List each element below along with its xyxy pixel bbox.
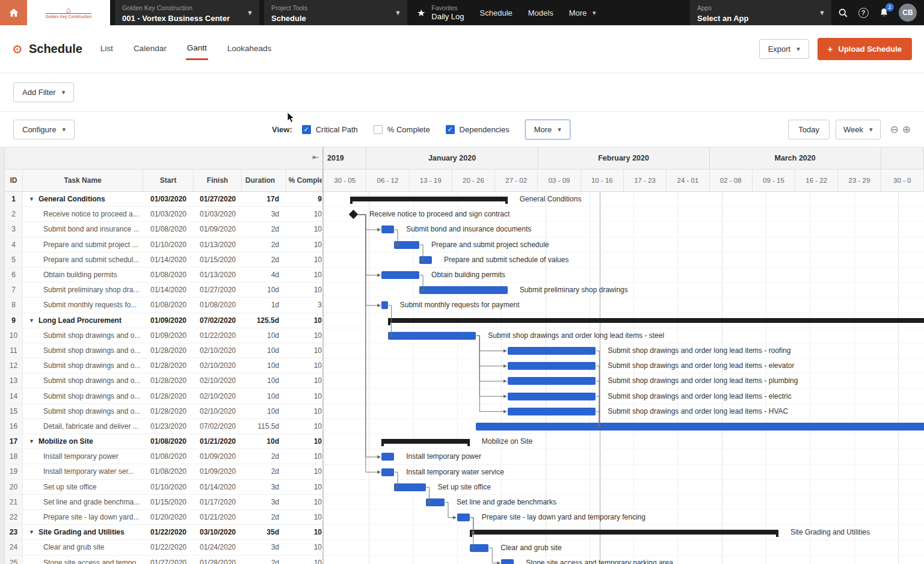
table-row[interactable]: 3Submit bond and insurance ...01/08/2020… — [5, 222, 322, 237]
checkbox-dependencies[interactable]: ✓Dependencies — [446, 125, 510, 134]
table-row[interactable]: 17▼Mobilize on Site01/08/202001/21/20201… — [5, 434, 322, 449]
gantt-task-bar[interactable] — [508, 408, 596, 415]
gantt-task-bar[interactable] — [470, 544, 488, 552]
chevron-down-icon[interactable]: ▼ — [29, 529, 34, 535]
gantt-task-bar[interactable] — [381, 468, 394, 476]
nav-link-more[interactable]: More ▾ — [569, 0, 596, 25]
table-row[interactable]: 5Prepare and submit schedul...01/14/2020… — [5, 253, 322, 268]
table-row[interactable]: 10Submit shop drawings and o...01/09/202… — [5, 328, 322, 343]
table-row[interactable]: 20Set up site office01/10/202001/14/2020… — [5, 480, 322, 495]
task-name[interactable]: Prepare site - lay down yard... — [23, 510, 143, 524]
task-name[interactable]: Submit shop drawings and o... — [23, 373, 143, 388]
table-row[interactable]: 18Install temporary power01/08/202001/09… — [5, 449, 322, 464]
checkbox-critical-path[interactable]: ✓Critical Path — [302, 125, 358, 134]
col-header-id[interactable]: ID — [5, 170, 23, 191]
chevron-down-icon[interactable]: ▼ — [29, 317, 34, 323]
task-name[interactable]: Set line and grade benchma... — [23, 495, 143, 509]
nav-link-schedule[interactable]: Schedule — [480, 0, 513, 25]
tab-gantt[interactable]: Gantt — [186, 38, 208, 60]
task-name[interactable]: Submit shop drawings and o... — [23, 343, 143, 358]
table-row[interactable]: 21Set line and grade benchma...01/15/202… — [5, 495, 322, 510]
gantt-task-bar[interactable] — [501, 559, 514, 564]
tab-calendar[interactable]: Calendar — [132, 39, 168, 59]
task-name[interactable]: Install temporary water ser... — [23, 464, 143, 479]
gantt-task-bar[interactable] — [394, 241, 419, 249]
table-row[interactable]: 1▼General Conditions01/03/202001/27/2020… — [5, 192, 322, 207]
table-row[interactable]: 19Install temporary water ser...01/08/20… — [5, 464, 322, 479]
table-row[interactable]: 24Clear and grub site01/22/202001/24/202… — [5, 540, 322, 555]
task-name[interactable]: Obtain building permits — [23, 268, 143, 282]
zoom-out-icon[interactable]: ⊖ — [890, 123, 899, 136]
project-picker[interactable]: Golden Key Construction 001 - Vortex Bus… — [115, 0, 259, 25]
home-button[interactable] — [0, 0, 27, 25]
help-button[interactable]: ? — [854, 4, 872, 22]
gantt-task-bar[interactable] — [381, 225, 394, 233]
task-name[interactable]: ▼Mobilize on Site — [23, 434, 143, 449]
table-row[interactable]: 14Submit shop drawings and o...01/28/202… — [5, 388, 322, 403]
col-header-start[interactable]: Start — [143, 170, 194, 191]
table-row[interactable]: 9▼Long Lead Procurement01/09/202007/02/2… — [5, 313, 322, 328]
gantt-task-bar[interactable] — [508, 362, 596, 370]
task-name[interactable]: Stone site access and tempo... — [23, 556, 143, 564]
avatar[interactable]: CB — [899, 4, 917, 22]
table-row[interactable]: 25Stone site access and tempo...01/27/20… — [5, 556, 322, 564]
gantt-task-bar[interactable] — [508, 377, 596, 385]
notifications-button[interactable]: 2 — [875, 4, 893, 22]
upload-schedule-button[interactable]: +Upload Schedule — [818, 38, 912, 60]
checkbox-percent-complete[interactable]: % Complete — [374, 125, 430, 134]
gantt-task-bar[interactable] — [381, 301, 387, 309]
task-name[interactable]: Clear and grub site — [23, 540, 143, 554]
company-logo[interactable]: ⌂ Golden Key Construction — [27, 0, 110, 25]
table-row[interactable]: 7Submit preliminary shop dra...01/14/202… — [5, 283, 322, 298]
task-name[interactable]: Prepare and submit project ... — [23, 238, 143, 252]
table-row[interactable]: 16Detail, fabricate and deliver ...01/23… — [5, 419, 322, 434]
favorite-daily-log[interactable]: Daily Log — [431, 12, 464, 21]
gantt-task-bar[interactable] — [508, 347, 596, 355]
gantt-task-bar[interactable] — [381, 453, 394, 461]
task-name[interactable]: Submit preliminary shop dra... — [23, 283, 143, 297]
col-header-finish[interactable]: Finish — [194, 170, 242, 191]
gantt-summary-bar[interactable] — [388, 318, 924, 323]
task-name[interactable]: Receive notice to proceed a... — [23, 207, 143, 221]
configure-button[interactable]: Configure▾ — [13, 120, 75, 139]
gantt-summary-bar[interactable] — [350, 197, 508, 201]
col-header-pct[interactable]: % Comple — [286, 170, 322, 191]
table-row[interactable]: 12Submit shop drawings and o...01/28/202… — [5, 358, 322, 373]
apps-picker[interactable]: Apps Select an App ▼ — [690, 0, 831, 26]
favorites-star-icon[interactable]: ★ — [417, 0, 425, 25]
table-row[interactable]: 8Submit monthly requests fo...01/08/2020… — [5, 298, 322, 313]
week-dropdown[interactable]: Week▾ — [836, 120, 881, 139]
table-row[interactable]: 15Submit shop drawings and o...01/28/202… — [5, 404, 322, 419]
gantt-summary-bar[interactable] — [470, 530, 778, 535]
task-name[interactable]: Submit shop drawings and o... — [23, 358, 143, 373]
today-button[interactable]: Today — [788, 120, 830, 139]
table-row[interactable]: 6Obtain building permits01/08/202001/13/… — [5, 268, 322, 283]
task-name[interactable]: Detail, fabricate and deliver ... — [23, 419, 143, 434]
gantt-task-bar[interactable] — [457, 513, 470, 521]
gear-icon[interactable]: ⚙ — [12, 42, 23, 57]
table-row[interactable]: 23▼Site Grading and Utilities01/22/20200… — [5, 525, 322, 540]
gantt-task-bar[interactable] — [419, 256, 432, 264]
col-header-duration[interactable]: Duration — [242, 170, 286, 191]
col-header-name[interactable]: Task Name — [23, 170, 143, 191]
gantt-task-bar[interactable] — [419, 286, 508, 294]
add-filter-button[interactable]: Add Filter▾ — [13, 82, 74, 102]
table-row[interactable]: 4Prepare and submit project ...01/10/202… — [5, 238, 322, 253]
task-name[interactable]: Prepare and submit schedul... — [23, 253, 143, 267]
more-button[interactable]: More▾ — [525, 120, 570, 139]
task-name[interactable]: ▼Long Lead Procurement — [23, 313, 143, 328]
task-name[interactable]: Set up site office — [23, 480, 143, 494]
search-button[interactable] — [834, 4, 852, 22]
chevron-down-icon[interactable]: ▼ — [29, 196, 34, 202]
task-name[interactable]: ▼Site Grading and Utilities — [23, 525, 143, 539]
zoom-in-icon[interactable]: ⊕ — [902, 123, 911, 136]
export-button[interactable]: Export▾ — [759, 39, 809, 59]
gantt-task-bar[interactable] — [426, 498, 445, 506]
task-name[interactable]: Submit bond and insurance ... — [23, 222, 143, 236]
task-name[interactable]: Install temporary power — [23, 449, 143, 464]
table-row[interactable]: 11Submit shop drawings and o...01/28/202… — [5, 343, 322, 358]
chevron-down-icon[interactable]: ▼ — [29, 438, 34, 444]
task-name[interactable]: ▼General Conditions — [23, 192, 143, 206]
table-row[interactable]: 2Receive notice to proceed a...01/03/202… — [5, 207, 322, 222]
tab-list[interactable]: List — [99, 39, 114, 59]
